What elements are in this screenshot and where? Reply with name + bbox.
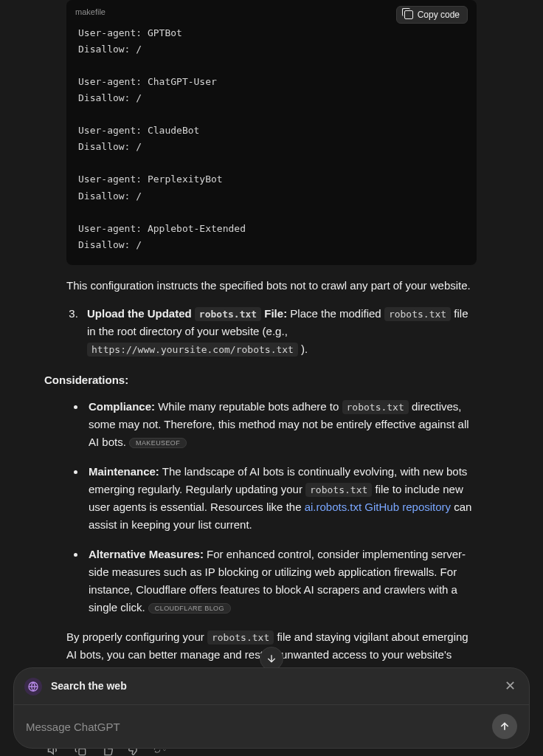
copy-code-label: Copy code [418, 10, 460, 20]
config-description: This configuration instructs the specifi… [66, 277, 477, 295]
step-3: Upload the Updated robots.txt File: Plac… [81, 305, 477, 358]
inline-code: https://www.yoursite.com/robots.txt [87, 343, 298, 357]
code-block: makefile Copy code User-agent: GPTBot Di… [66, 0, 477, 265]
chat-input-area: Search the web ✕ [13, 667, 530, 749]
inline-code: robots.txt [195, 307, 261, 321]
svg-rect-0 [79, 749, 86, 755]
source-badge-makeuseof[interactable]: MAKEUSEOF [129, 438, 187, 448]
step3-bold: Upload the Updated robots.txt File: [87, 307, 287, 320]
copy-code-button[interactable]: Copy code [396, 6, 468, 24]
code-language-label: makefile [75, 6, 106, 19]
copy-icon [404, 10, 413, 19]
globe-icon [24, 678, 42, 695]
scroll-to-bottom-button[interactable] [260, 647, 283, 670]
search-web-chip: Search the web ✕ [14, 668, 529, 705]
message-input[interactable] [26, 721, 483, 733]
close-icon[interactable]: ✕ [502, 676, 519, 697]
code-content: User-agent: GPTBot Disallow: / User-agen… [66, 25, 477, 265]
send-button[interactable] [492, 714, 517, 739]
consideration-compliance: Compliance: While many reputable bots ad… [86, 398, 477, 451]
inline-code: robots.txt [384, 307, 451, 321]
consideration-maintenance: Maintenance: The landscape of AI bots is… [86, 463, 477, 534]
inline-code: robots.txt [305, 483, 372, 497]
search-web-label: Search the web [51, 678, 493, 694]
github-repo-link[interactable]: ai.robots.txt GitHub repository [305, 501, 451, 513]
consideration-alternative: Alternative Measures: For enhanced contr… [86, 546, 477, 616]
inline-code: robots.txt [342, 400, 409, 414]
inline-code: robots.txt [207, 630, 274, 645]
considerations-heading: Considerations: [44, 371, 499, 389]
source-badge-cloudflare[interactable]: CLOUDFLARE BLOG [148, 603, 231, 614]
